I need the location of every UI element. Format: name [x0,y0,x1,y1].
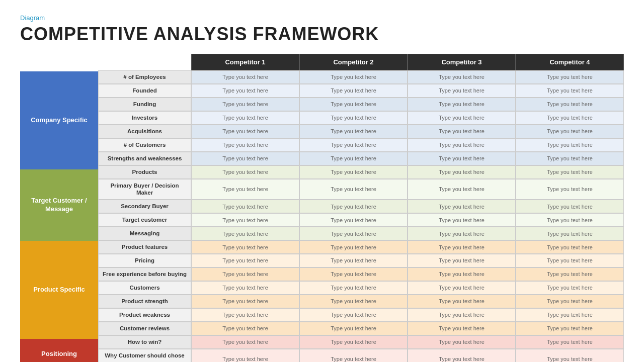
data-cell[interactable]: Type you text here [299,308,408,322]
data-cell[interactable]: Type you text here [191,179,299,200]
data-cell[interactable]: Type you text here [408,179,516,200]
data-cell[interactable]: Type you text here [408,213,516,227]
data-cell[interactable]: Type you text here [516,111,624,125]
row-label: Funding [98,98,191,111]
data-cell[interactable]: Type you text here [408,322,516,335]
data-cell[interactable]: Type you text here [408,335,516,349]
category-column: Company Specific Target Customer / Messa… [20,54,98,362]
data-cell[interactable]: Type you text here [191,322,299,335]
data-cell[interactable]: Type you text here [299,254,408,267]
data-cell[interactable]: Type you text here [191,98,299,111]
cat-company: Company Specific [20,71,98,169]
data-cell[interactable]: Type you text here [516,200,624,213]
data-cell[interactable]: Type you text here [408,125,516,138]
data-cell[interactable]: Type you text here [516,152,624,165]
data-cell[interactable]: Type you text here [408,111,516,125]
data-cell[interactable]: Type you text here [408,227,516,240]
data-cell[interactable]: Type you text here [408,138,516,152]
data-cell[interactable]: Type you text here [191,70,299,84]
data-cell[interactable]: Type you text here [299,322,408,335]
data-cell[interactable]: Type you text here [516,70,624,84]
row-label: # of Employees [98,70,191,84]
table-row: Target customerType you text hereType yo… [98,213,624,227]
data-cell[interactable]: Type you text here [299,227,408,240]
data-cell[interactable]: Type you text here [191,125,299,138]
data-cell[interactable]: Type you text here [299,165,408,179]
data-cell[interactable]: Type you text here [299,98,408,111]
data-cell[interactable]: Type you text here [516,322,624,335]
data-cell[interactable]: Type you text here [191,111,299,125]
data-cell[interactable]: Type you text here [191,267,299,281]
data-cell[interactable]: Type you text here [516,308,624,322]
data-cell[interactable]: Type you text here [408,84,516,98]
data-cell[interactable]: Type you text here [408,98,516,111]
row-label: # of Customers [98,138,191,152]
table-row: FundingType you text hereType you text h… [98,98,624,111]
table-row: FoundedType you text hereType you text h… [98,84,624,98]
data-cell[interactable]: Type you text here [191,213,299,227]
data-cell[interactable]: Type you text here [408,295,516,308]
row-label: Why Customer should chose us [98,349,191,362]
data-cell[interactable]: Type you text here [408,165,516,179]
data-cell[interactable]: Type you text here [191,254,299,267]
table-row: Free experience before buyingType you te… [98,267,624,281]
data-cell[interactable]: Type you text here [516,240,624,254]
data-cell[interactable]: Type you text here [191,227,299,240]
data-cell[interactable]: Type you text here [299,125,408,138]
data-cell[interactable]: Type you text here [408,267,516,281]
data-cell[interactable]: Type you text here [516,125,624,138]
data-cell[interactable]: Type you text here [299,84,408,98]
data-cell[interactable]: Type you text here [191,84,299,98]
table-row: InvestorsType you text hereType you text… [98,111,624,125]
data-cell[interactable]: Type you text here [516,267,624,281]
data-cell[interactable]: Type you text here [408,281,516,295]
row-label: Target customer [98,213,191,227]
data-cell[interactable]: Type you text here [299,111,408,125]
data-cell[interactable]: Type you text here [408,254,516,267]
data-cell[interactable]: Type you text here [516,138,624,152]
data-cell[interactable]: Type you text here [516,213,624,227]
data-cell[interactable]: Type you text here [516,295,624,308]
data-cell[interactable]: Type you text here [299,267,408,281]
data-cell[interactable]: Type you text here [191,308,299,322]
data-cell[interactable]: Type you text here [408,349,516,362]
data-cell[interactable]: Type you text here [191,335,299,349]
data-cell[interactable]: Type you text here [299,240,408,254]
data-cell[interactable]: Type you text here [299,335,408,349]
data-cell[interactable]: Type you text here [516,349,624,362]
data-cell[interactable]: Type you text here [191,349,299,362]
table-row: Product weaknessType you text hereType y… [98,308,624,322]
data-cell[interactable]: Type you text here [408,200,516,213]
data-cell[interactable]: Type you text here [408,308,516,322]
cat-product: Product Specific [20,241,98,339]
data-cell[interactable]: Type you text here [299,152,408,165]
data-cell[interactable]: Type you text here [191,240,299,254]
data-cell[interactable]: Type you text here [408,152,516,165]
data-cell[interactable]: Type you text here [516,227,624,240]
data-cell[interactable]: Type you text here [299,138,408,152]
data-cell[interactable]: Type you text here [516,254,624,267]
data-cell[interactable]: Type you text here [408,240,516,254]
data-cell[interactable]: Type you text here [516,281,624,295]
data-cell[interactable]: Type you text here [191,281,299,295]
data-cell[interactable]: Type you text here [299,213,408,227]
data-cell[interactable]: Type you text here [299,281,408,295]
data-cell[interactable]: Type you text here [191,152,299,165]
data-cell[interactable]: Type you text here [191,138,299,152]
data-cell[interactable]: Type you text here [516,98,624,111]
data-cell[interactable]: Type you text here [299,179,408,200]
data-cell[interactable]: Type you text here [516,84,624,98]
competitor4-header: Competitor 4 [516,54,624,70]
data-cell[interactable]: Type you text here [191,295,299,308]
data-cell[interactable]: Type you text here [299,295,408,308]
data-cell[interactable]: Type you text here [516,165,624,179]
data-cell[interactable]: Type you text here [191,165,299,179]
data-cell[interactable]: Type you text here [299,200,408,213]
data-cell[interactable]: Type you text here [299,70,408,84]
data-cell[interactable]: Type you text here [516,179,624,200]
table-row: How to win?Type you text hereType you te… [98,335,624,349]
data-cell[interactable]: Type you text here [191,200,299,213]
data-cell[interactable]: Type you text here [516,335,624,349]
data-cell[interactable]: Type you text here [299,349,408,362]
data-cell[interactable]: Type you text here [408,70,516,84]
